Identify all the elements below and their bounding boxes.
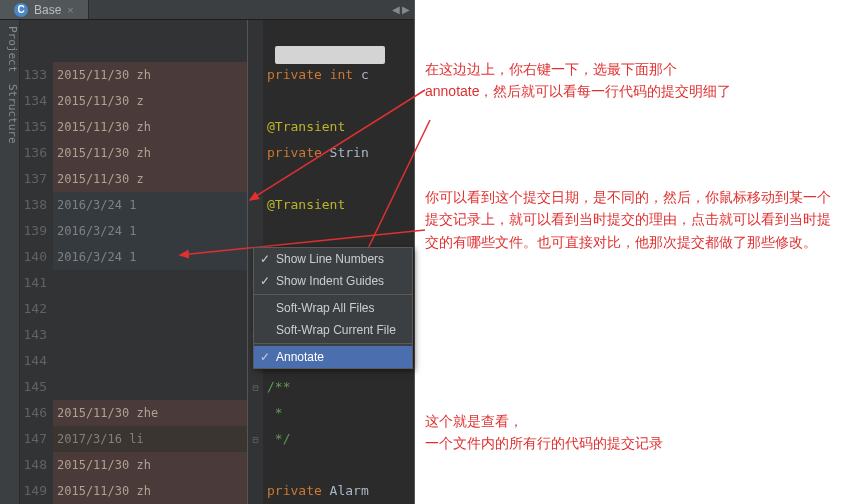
annotate-row[interactable] bbox=[53, 374, 247, 400]
annotate-row[interactable]: 2016/3/24 1 bbox=[53, 192, 247, 218]
code-line[interactable] bbox=[263, 218, 414, 244]
line-number[interactable]: 133 bbox=[20, 62, 47, 88]
code-line[interactable]: private int c bbox=[263, 62, 414, 88]
code-line[interactable]: @Transient bbox=[263, 192, 414, 218]
note-text: annotate，然后就可以看每一行代码的提交明细了 bbox=[425, 83, 732, 99]
tool-structure[interactable]: Structure bbox=[0, 84, 19, 144]
annotate-column[interactable]: 2015/11/30 zh2015/11/30 z2015/11/30 zh20… bbox=[53, 20, 248, 504]
fold-marker[interactable] bbox=[248, 114, 263, 140]
note-text: 这个就是查看， bbox=[425, 413, 523, 429]
annotate-row[interactable]: 2017/3/16 li bbox=[53, 426, 247, 452]
code-line[interactable]: */ bbox=[263, 426, 414, 452]
line-number[interactable]: 144 bbox=[20, 348, 47, 374]
line-number[interactable]: 145 bbox=[20, 374, 47, 400]
tool-window-stripe[interactable]: Project Structure bbox=[0, 20, 20, 504]
fold-marker[interactable] bbox=[248, 140, 263, 166]
menu-separator bbox=[254, 294, 412, 295]
note-text: 在这边边上，你右键一下，选最下面那个 bbox=[425, 61, 677, 77]
code-line[interactable] bbox=[263, 452, 414, 478]
note-3: 这个就是查看， 一个文件内的所有行的代码的提交记录 bbox=[425, 410, 835, 455]
menu-item-annotate[interactable]: Annotate bbox=[254, 346, 412, 368]
annotate-row[interactable]: 2015/11/30 zhe bbox=[53, 400, 247, 426]
chevron-left-icon[interactable]: ◀ bbox=[392, 4, 400, 15]
code-line[interactable]: private Alarm bbox=[263, 478, 414, 504]
code-line[interactable]: * bbox=[263, 400, 414, 426]
code-line[interactable]: private Strin bbox=[263, 140, 414, 166]
fold-marker[interactable] bbox=[248, 478, 263, 504]
tab-scroll-buttons[interactable]: ◀ ▶ bbox=[392, 4, 414, 15]
line-number[interactable]: 139 bbox=[20, 218, 47, 244]
line-number[interactable]: 136 bbox=[20, 140, 47, 166]
menu-item-show-indent-guides[interactable]: Show Indent Guides bbox=[254, 270, 412, 292]
fold-marker[interactable] bbox=[248, 192, 263, 218]
line-number[interactable]: 143 bbox=[20, 322, 47, 348]
annotate-row[interactable]: 2016/3/24 1 bbox=[53, 218, 247, 244]
line-number[interactable]: 147 bbox=[20, 426, 47, 452]
fold-marker[interactable] bbox=[248, 62, 263, 88]
annotate-row[interactable]: 2015/11/30 zh bbox=[53, 452, 247, 478]
tool-project[interactable]: Project bbox=[0, 26, 19, 72]
note-text: 一个文件内的所有行的代码的提交记录 bbox=[425, 435, 663, 451]
editor-tabbar: C Base × ◀ ▶ bbox=[0, 0, 414, 20]
redacted-region bbox=[275, 46, 385, 64]
annotate-row[interactable]: 2016/3/24 1 bbox=[53, 244, 247, 270]
note-1: 在这边边上，你右键一下，选最下面那个 annotate，然后就可以看每一行代码的… bbox=[425, 58, 835, 103]
fold-marker[interactable] bbox=[248, 88, 263, 114]
note-2: 你可以看到这个提交日期，是不同的，然后，你鼠标移动到某一个提交记录上，就可以看到… bbox=[425, 186, 840, 253]
menu-separator bbox=[254, 343, 412, 344]
annotate-row[interactable]: 2015/11/30 z bbox=[53, 166, 247, 192]
menu-item-soft-wrap-current-file[interactable]: Soft-Wrap Current File bbox=[254, 319, 412, 341]
gutter-context-menu[interactable]: Show Line NumbersShow Indent GuidesSoft-… bbox=[253, 247, 413, 369]
line-number[interactable]: 146 bbox=[20, 400, 47, 426]
line-number[interactable]: 138 bbox=[20, 192, 47, 218]
line-number-gutter[interactable]: 1331341351361371381391401411421431441451… bbox=[20, 20, 53, 504]
annotate-row[interactable] bbox=[53, 348, 247, 374]
note-text: 你可以看到这个提交日期，是不同的，然后，你鼠标移动到某一个提交记录上，就可以看到… bbox=[425, 189, 831, 250]
annotate-row[interactable] bbox=[53, 296, 247, 322]
code-line[interactable]: @Transient bbox=[263, 114, 414, 140]
fold-marker[interactable]: ⊟ bbox=[248, 426, 263, 452]
tab-label: Base bbox=[34, 3, 61, 17]
code-line[interactable]: /** bbox=[263, 374, 414, 400]
ide-window: C Base × ◀ ▶ Project Structure 133134135… bbox=[0, 0, 415, 504]
chevron-right-icon[interactable]: ▶ bbox=[402, 4, 410, 15]
menu-item-soft-wrap-all-files[interactable]: Soft-Wrap All Files bbox=[254, 297, 412, 319]
annotate-row[interactable] bbox=[53, 270, 247, 296]
menu-item-show-line-numbers[interactable]: Show Line Numbers bbox=[254, 248, 412, 270]
annotate-row[interactable]: 2015/11/30 zh bbox=[53, 478, 247, 504]
class-icon: C bbox=[14, 3, 28, 17]
annotate-row[interactable] bbox=[53, 322, 247, 348]
line-number[interactable]: 148 bbox=[20, 452, 47, 478]
editor-tab[interactable]: C Base × bbox=[0, 0, 89, 19]
line-number[interactable]: 140 bbox=[20, 244, 47, 270]
code-line[interactable] bbox=[263, 88, 414, 114]
fold-marker[interactable] bbox=[248, 452, 263, 478]
annotate-row[interactable]: 2015/11/30 zh bbox=[53, 140, 247, 166]
close-icon[interactable]: × bbox=[67, 4, 73, 16]
line-number[interactable]: 137 bbox=[20, 166, 47, 192]
fold-marker[interactable] bbox=[248, 166, 263, 192]
fold-marker[interactable] bbox=[248, 218, 263, 244]
line-number[interactable]: 134 bbox=[20, 88, 47, 114]
line-number[interactable]: 141 bbox=[20, 270, 47, 296]
code-line[interactable] bbox=[263, 166, 414, 192]
line-number[interactable]: 135 bbox=[20, 114, 47, 140]
line-number[interactable]: 149 bbox=[20, 478, 47, 504]
line-number[interactable]: 142 bbox=[20, 296, 47, 322]
annotate-row[interactable]: 2015/11/30 z bbox=[53, 88, 247, 114]
annotate-row[interactable]: 2015/11/30 zh bbox=[53, 114, 247, 140]
fold-marker[interactable]: ⊟ bbox=[248, 374, 263, 400]
fold-marker[interactable] bbox=[248, 400, 263, 426]
annotate-row[interactable]: 2015/11/30 zh bbox=[53, 62, 247, 88]
